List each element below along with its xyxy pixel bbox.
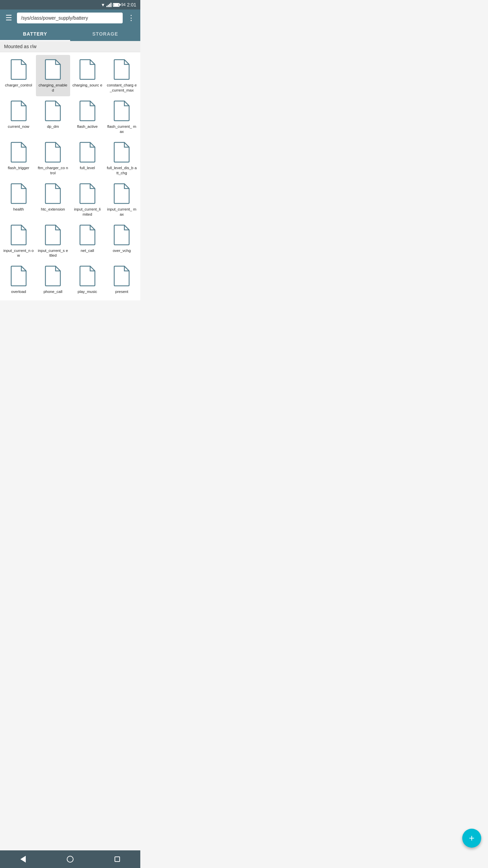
file-item-input_current_limited[interactable]: input_current_li mited: [70, 179, 105, 220]
file-icon: [113, 224, 130, 245]
file-name: dp_dm: [47, 124, 59, 129]
file-item-net_call[interactable]: net_call: [70, 220, 105, 262]
file-name: overload: [11, 289, 26, 294]
file-icon: [113, 142, 130, 163]
file-item-input_current_max[interactable]: input_current_ max: [105, 179, 139, 220]
status-time: 2:01: [127, 2, 136, 7]
file-name: health: [13, 207, 24, 212]
file-item-htc_extension[interactable]: htc_extension: [36, 179, 70, 220]
file-item-flash_current_max[interactable]: flash_current_ max: [105, 96, 139, 138]
file-item-overload[interactable]: overload: [1, 261, 36, 298]
tab-storage[interactable]: STORAGE: [70, 26, 140, 41]
file-name: flash_trigger: [8, 165, 29, 171]
file-icon: [79, 183, 96, 204]
file-name: htc_extension: [41, 207, 65, 212]
file-icon: [44, 224, 62, 245]
file-icon: [113, 265, 130, 287]
file-item-present[interactable]: present: [105, 261, 139, 298]
file-icon: [44, 59, 62, 80]
battery-icon: [113, 3, 120, 7]
path-input[interactable]: [17, 13, 123, 23]
file-name: flash_active: [77, 124, 98, 129]
battery-percent: 94: [121, 2, 125, 7]
file-item-current_now[interactable]: current_now: [1, 96, 36, 138]
file-name: phone_call: [43, 289, 62, 294]
file-icon: [79, 224, 96, 245]
file-grid: charger_control charging_enabled chargin…: [0, 52, 140, 300]
battery-fill: [114, 4, 119, 6]
file-icon: [79, 100, 96, 121]
file-name: play_music: [78, 289, 97, 294]
file-item-flash_active[interactable]: flash_active: [70, 96, 105, 138]
file-name: input_current_n ow: [3, 248, 34, 258]
more-options-button[interactable]: ⋮: [126, 12, 136, 24]
file-icon: [113, 183, 130, 204]
file-item-full_level_dis_batt_chg[interactable]: full_level_dis_b att_chg: [105, 138, 139, 179]
file-icon: [44, 142, 62, 163]
file-name: constant_charg e_current_max: [107, 83, 137, 93]
signal-icon: [106, 2, 111, 7]
status-icons: ▼ 94 2:01: [101, 2, 136, 7]
file-icon: [79, 142, 96, 163]
wifi-icon: ▼: [101, 2, 105, 7]
mount-info: Mounted as r/w: [0, 41, 140, 52]
file-name: ftm_charger_co ntrol: [38, 165, 68, 176]
file-name: full_level_dis_b att_chg: [107, 165, 137, 176]
file-name: net_call: [81, 248, 94, 253]
file-name: input_current_s ettled: [38, 248, 68, 258]
file-name: charging_enabled: [38, 83, 68, 93]
file-icon: [10, 100, 27, 121]
file-icon: [10, 142, 27, 163]
file-icon: [10, 183, 27, 204]
file-icon: [79, 59, 96, 80]
file-item-constant_charge_current_max[interactable]: constant_charg e_current_max: [105, 55, 139, 96]
file-item-full_level[interactable]: full_level: [70, 138, 105, 179]
file-item-play_music[interactable]: play_music: [70, 261, 105, 298]
file-item-health[interactable]: health: [1, 179, 36, 220]
status-bar: ▼ 94 2:01: [0, 0, 140, 9]
file-item-dp_dm[interactable]: dp_dm: [36, 96, 70, 138]
app-bar: ☰ ⋮: [0, 9, 140, 26]
file-item-charging_source[interactable]: charging_sourc e: [70, 55, 105, 96]
file-icon: [79, 265, 96, 287]
file-name: current_now: [8, 124, 29, 129]
file-icon: [113, 100, 130, 121]
file-icon: [44, 265, 62, 287]
file-item-over_vchg[interactable]: over_vchg: [105, 220, 139, 262]
main-content: Mounted as r/w charger_control charging_…: [0, 41, 140, 321]
file-name: input_current_li mited: [72, 207, 103, 217]
file-item-flash_trigger[interactable]: flash_trigger: [1, 138, 36, 179]
tabs-container: BATTERY STORAGE: [0, 26, 140, 41]
file-item-charger_control[interactable]: charger_control: [1, 55, 36, 96]
file-name: flash_current_ max: [107, 124, 137, 134]
file-name: charger_control: [5, 83, 32, 88]
file-name: full_level: [80, 165, 95, 171]
file-name: input_current_ max: [107, 207, 137, 217]
menu-button[interactable]: ☰: [4, 12, 14, 24]
file-item-phone_call[interactable]: phone_call: [36, 261, 70, 298]
file-icon: [10, 59, 27, 80]
file-item-ftm_charger_control[interactable]: ftm_charger_co ntrol: [36, 138, 70, 179]
file-name: over_vchg: [113, 248, 131, 253]
tab-battery[interactable]: BATTERY: [0, 26, 70, 41]
file-item-charging_enabled[interactable]: charging_enabled: [36, 55, 70, 96]
file-item-input_current_settled[interactable]: input_current_s ettled: [36, 220, 70, 262]
file-icon: [44, 183, 62, 204]
file-icon: [44, 100, 62, 121]
file-name: present: [115, 289, 128, 294]
file-icon: [113, 59, 130, 80]
file-icon: [10, 224, 27, 245]
file-name: charging_sourc e: [73, 83, 102, 88]
file-icon: [10, 265, 27, 287]
file-item-input_current_now[interactable]: input_current_n ow: [1, 220, 36, 262]
